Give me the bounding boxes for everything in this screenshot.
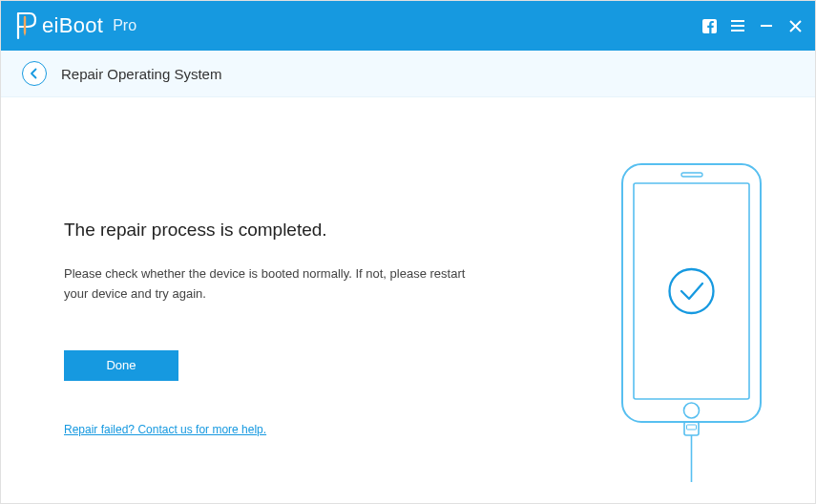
close-icon[interactable] bbox=[786, 17, 804, 34]
content-column: The repair process is completed. Please … bbox=[1, 97, 567, 504]
done-button[interactable]: Done bbox=[64, 350, 178, 381]
svg-point-13 bbox=[669, 269, 713, 313]
window-controls bbox=[701, 17, 804, 34]
svg-point-12 bbox=[683, 403, 699, 418]
brand-logo-icon bbox=[14, 11, 39, 40]
phone-success-icon bbox=[608, 162, 775, 482]
svg-rect-11 bbox=[681, 173, 702, 177]
subheader: Repair Operating System bbox=[1, 51, 815, 97]
svg-rect-9 bbox=[622, 164, 761, 422]
back-button[interactable] bbox=[22, 61, 47, 86]
svg-rect-10 bbox=[634, 183, 749, 399]
svg-marker-1 bbox=[24, 32, 26, 36]
brand: eiBoot Pro bbox=[14, 11, 136, 40]
facebook-icon[interactable] bbox=[701, 17, 718, 34]
brand-name: eiBoot bbox=[42, 13, 103, 38]
main-content: The repair process is completed. Please … bbox=[1, 97, 815, 504]
headline: The repair process is completed. bbox=[64, 220, 538, 241]
titlebar: eiBoot Pro bbox=[1, 1, 815, 51]
arrow-left-icon bbox=[29, 68, 40, 79]
menu-icon[interactable] bbox=[729, 17, 746, 34]
minimize-icon[interactable] bbox=[758, 17, 775, 34]
illustration-column bbox=[567, 97, 815, 504]
page-title: Repair Operating System bbox=[61, 66, 221, 82]
description: Please check whether the device is boote… bbox=[64, 264, 484, 304]
brand-suffix: Pro bbox=[113, 17, 136, 34]
svg-rect-15 bbox=[686, 425, 696, 430]
help-link[interactable]: Repair failed? Contact us for more help. bbox=[64, 423, 266, 436]
